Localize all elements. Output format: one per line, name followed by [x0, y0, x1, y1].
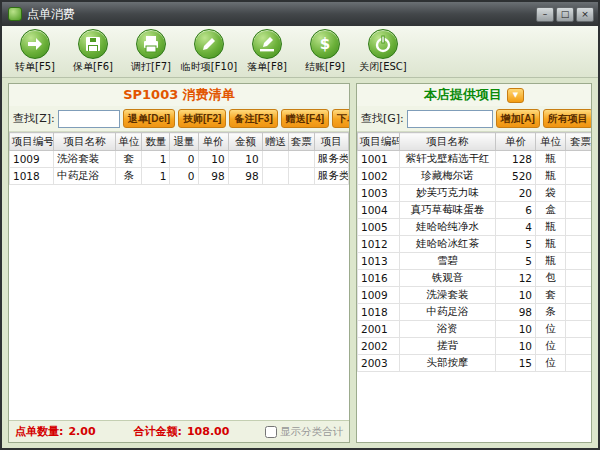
cell-name: 妙芙巧克力味	[400, 185, 496, 202]
item-row[interactable]: 1016 铁观音 12 包	[358, 270, 592, 287]
cell-price: 10	[198, 151, 228, 168]
note-button[interactable]: 备注[F3]	[229, 109, 277, 128]
cell-unit: 包	[536, 270, 566, 287]
cell-name: 珍藏梅尔诺	[400, 168, 496, 185]
cell-price: 10	[496, 338, 536, 355]
cell-ticket	[566, 321, 592, 338]
toolbar: 转单[F5] 保单[F6] 调打[F7] 临时项[F10] 落单[F8]	[2, 26, 598, 78]
cell-name: 中药足浴	[400, 304, 496, 321]
order-column-header: 项目名称	[54, 133, 116, 151]
cell-code: 1018	[10, 168, 54, 185]
cell-code: 1005	[358, 219, 400, 236]
item-row[interactable]: 2003 头部按摩 15 位	[358, 355, 592, 372]
item-row[interactable]: 1005 娃哈哈纯净水 4 瓶	[358, 219, 592, 236]
gift-button[interactable]: 赠送[F4]	[281, 109, 329, 128]
cell-ticket	[566, 287, 592, 304]
cell-ticket	[566, 253, 592, 270]
item-row[interactable]: 2001 浴资 10 位	[358, 321, 592, 338]
cell-unit: 瓶	[536, 253, 566, 270]
cell-unit: 瓶	[536, 219, 566, 236]
cell-qty: 1	[142, 151, 170, 168]
order-column-header: 数量	[142, 133, 170, 151]
close-window-button[interactable]: 关闭[ESC]	[356, 28, 410, 76]
cell-name: 真巧草莓味蛋卷	[400, 202, 496, 219]
item-row[interactable]: 1004 真巧草莓味蛋卷 6 盒	[358, 202, 592, 219]
consumption-list-title: SP1003 消费清单	[9, 84, 349, 106]
item-row[interactable]: 1001 紫轩戈壁精选干红 128 瓶	[358, 151, 592, 168]
tool-label: 关闭[ESC]	[359, 60, 406, 74]
cell-price: 98	[198, 168, 228, 185]
cell-amount: 98	[228, 168, 262, 185]
minimize-button[interactable]: –	[536, 7, 554, 22]
tool-label: 临时项[F10]	[181, 60, 237, 74]
place-order-button[interactable]: 落单[F8]	[240, 28, 294, 76]
cell-unit: 套	[116, 151, 142, 168]
cell-code: 1018	[358, 304, 400, 321]
cell-unit: 位	[536, 355, 566, 372]
order-consumption-window: 点单消费 – □ × 转单[F5] 保单[F6] 调打[F7]	[0, 0, 600, 450]
all-items-button[interactable]: 所有项目	[543, 109, 592, 128]
order-row[interactable]: 1018 中药足浴 条 1 0 98 98 服务类	[10, 168, 349, 185]
item-row[interactable]: 2002 搓背 10 位	[358, 338, 592, 355]
items-column-header: 单位	[536, 133, 566, 151]
item-row[interactable]: 1002 珍藏梅尔诺 520 瓶	[358, 168, 592, 185]
cell-gift	[262, 168, 288, 185]
left-search-label: 查找[Z]:	[13, 111, 55, 126]
show-category-total-checkbox[interactable]	[265, 426, 277, 438]
order-column-header: 项目编号	[10, 133, 54, 151]
cell-price: 10	[496, 287, 536, 304]
items-table-wrap: 项目编码项目名称单价单位套票 1001 紫轩戈壁精选干红 128 瓶	[357, 132, 591, 442]
cell-code: 1009	[10, 151, 54, 168]
order-column-header: 退量	[170, 133, 198, 151]
order-row[interactable]: 1009 洗浴套装 套 1 0 10 10 服务类	[10, 151, 349, 168]
cell-ticket	[566, 168, 592, 185]
order-column-header: 金额	[228, 133, 262, 151]
order-table-header: 项目编号项目名称单位数量退量单价金额赠送套票项目	[10, 133, 349, 151]
cell-unit: 条	[116, 168, 142, 185]
cell-code: 1012	[358, 236, 400, 253]
order-column-header: 套票	[288, 133, 314, 151]
order-qty-value: 2.00	[68, 425, 95, 438]
cell-unit: 位	[536, 321, 566, 338]
print-icon	[136, 29, 166, 59]
chevron-down-icon[interactable]: ▼	[507, 88, 524, 103]
cell-price: 5	[496, 236, 536, 253]
reprint-button[interactable]: 调打[F7]	[124, 28, 178, 76]
cell-unit: 盒	[536, 202, 566, 219]
items-column-header: 单价	[496, 133, 536, 151]
item-row[interactable]: 1003 妙芙巧克力味 20 袋	[358, 185, 592, 202]
transfer-order-button[interactable]: 转单[F5]	[8, 28, 62, 76]
store-items-panel: 本店提供项目 ▼ 查找[G]: 增加[A] 所有项目 项目编码项目名称单	[356, 83, 592, 443]
cell-ticket	[566, 151, 592, 168]
cell-ticket	[566, 270, 592, 287]
add-item-button[interactable]: 增加[A]	[496, 109, 540, 128]
item-row[interactable]: 1018 中药足浴 98 条	[358, 304, 592, 321]
save-icon	[78, 29, 108, 59]
item-row[interactable]: 1009 洗澡套装 10 套	[358, 287, 592, 304]
temp-item-button[interactable]: 临时项[F10]	[182, 28, 236, 76]
dollar-icon: $	[310, 29, 340, 59]
cell-unit: 位	[536, 338, 566, 355]
tool-label: 转单[F5]	[15, 60, 55, 74]
cell-name: 娃哈哈纯净水	[400, 219, 496, 236]
item-row[interactable]: 1012 娃哈哈冰红茶 5 瓶	[358, 236, 592, 253]
order-table-wrap: 项目编号项目名称单位数量退量单价金额赠送套票项目 1009 洗浴套装 套 1 0…	[9, 132, 349, 420]
maximize-button[interactable]: □	[556, 7, 574, 22]
checkout-button[interactable]: $ 结账[F9]	[298, 28, 352, 76]
technician-button[interactable]: 技师[F2]	[178, 109, 226, 128]
cell-unit: 瓶	[536, 151, 566, 168]
power-icon	[368, 29, 398, 59]
item-row[interactable]: 1013 雪碧 5 瓶	[358, 253, 592, 270]
order-staff-button[interactable]: 下单员工	[332, 109, 350, 128]
store-items-title: 本店提供项目 ▼	[357, 84, 591, 106]
cell-price: 98	[496, 304, 536, 321]
order-total-value: 108.00	[187, 425, 229, 438]
cell-name: 雪碧	[400, 253, 496, 270]
refund-button[interactable]: 退单[Del]	[123, 109, 175, 128]
left-search-input[interactable]	[58, 110, 120, 128]
hold-order-button[interactable]: 保单[F6]	[66, 28, 120, 76]
close-button[interactable]: ×	[576, 7, 594, 22]
right-search-input[interactable]	[407, 110, 493, 128]
order-column-header: 单价	[198, 133, 228, 151]
cell-category: 服务类	[314, 151, 348, 168]
